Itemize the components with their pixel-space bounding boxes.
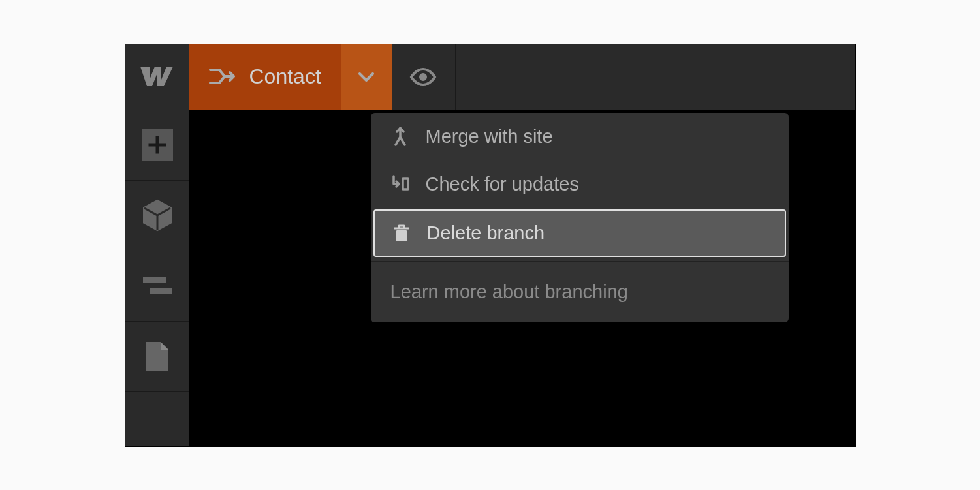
- plus-icon-container: [142, 129, 173, 161]
- learn-more-label: Learn more about branching: [390, 281, 628, 302]
- top-bar: Contact: [125, 44, 855, 110]
- check-updates-label: Check for updates: [426, 174, 579, 195]
- branch-icon: [209, 67, 235, 87]
- delete-branch-item[interactable]: Delete branch: [373, 209, 786, 257]
- check-updates-item[interactable]: Check for updates: [371, 161, 789, 208]
- svg-point-0: [419, 73, 427, 81]
- chevron-down-icon: [358, 72, 374, 82]
- navigator-icon: [143, 276, 172, 296]
- svg-rect-3: [396, 230, 407, 241]
- plus-icon: [148, 135, 167, 155]
- branch-dropdown-menu: Merge with site Check for updates: [371, 113, 789, 322]
- trash-icon: [392, 223, 411, 243]
- navigator-button[interactable]: [125, 251, 189, 322]
- eye-icon: [409, 67, 437, 87]
- pages-button[interactable]: [125, 322, 189, 392]
- add-element-button[interactable]: [125, 110, 189, 181]
- page-dropdown-toggle[interactable]: [341, 44, 392, 110]
- logo-button[interactable]: [125, 44, 189, 110]
- components-button[interactable]: [125, 181, 189, 251]
- svg-rect-2: [150, 288, 172, 294]
- preview-button[interactable]: [392, 44, 456, 110]
- left-sidebar: [125, 110, 189, 446]
- page-icon: [144, 340, 170, 373]
- delete-branch-label: Delete branch: [427, 222, 545, 244]
- main-area: Merge with site Check for updates: [125, 110, 855, 446]
- webflow-logo-icon: [139, 65, 174, 89]
- canvas: Merge with site Check for updates: [189, 110, 855, 446]
- app-window: Contact: [125, 44, 856, 447]
- page-label: Contact: [249, 65, 321, 89]
- update-icon: [390, 175, 410, 193]
- page-selector[interactable]: Contact: [189, 44, 341, 110]
- merge-icon: [390, 127, 410, 146]
- merge-with-site-item[interactable]: Merge with site: [371, 113, 789, 161]
- cube-icon: [142, 199, 172, 232]
- svg-rect-1: [143, 277, 166, 283]
- menu-separator: [371, 261, 789, 262]
- learn-more-link[interactable]: Learn more about branching: [371, 266, 789, 322]
- merge-label: Merge with site: [426, 126, 553, 147]
